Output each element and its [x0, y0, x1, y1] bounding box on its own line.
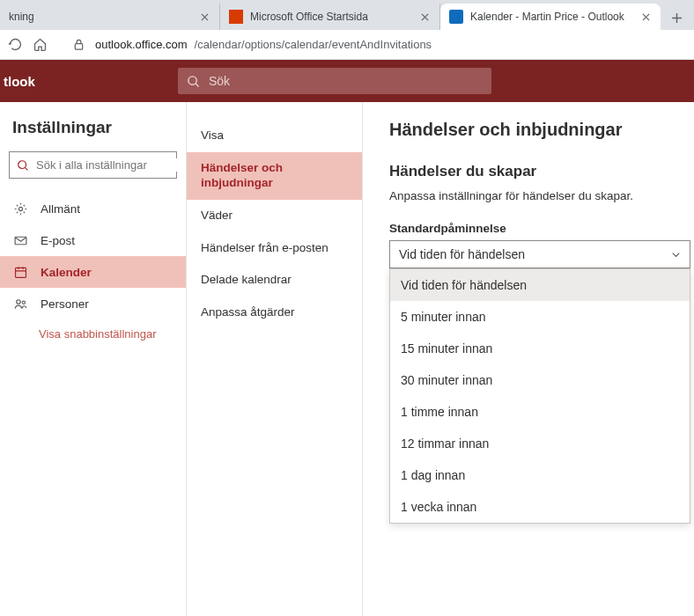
- reminder-dropdown: Vid tiden för händelsen5 minuter innan15…: [389, 268, 690, 524]
- dropdown-option[interactable]: 1 dag innan: [390, 459, 690, 491]
- subnav-item[interactable]: Anpassa åtgärder: [187, 297, 362, 329]
- dropdown-option[interactable]: Vid tiden för händelsen: [390, 269, 690, 301]
- section-title: Händelser du skapar: [389, 163, 694, 180]
- svg-rect-5: [15, 268, 26, 277]
- settings-search[interactable]: [9, 151, 177, 179]
- settings-search-input[interactable]: [36, 158, 184, 172]
- settings-subnav: VisaHändelser och inbjudningarVäderHände…: [187, 102, 363, 616]
- page-title: Händelser och inbjudningar: [389, 120, 694, 140]
- sidebar-item-label: Kalender: [41, 266, 92, 279]
- chevron-down-icon: [671, 250, 681, 260]
- subnav-item[interactable]: Händelser och inbjudningar: [187, 152, 362, 200]
- sidebar-item-personer[interactable]: Personer: [0, 288, 186, 319]
- global-search[interactable]: [178, 68, 491, 94]
- brand-label: tlook: [0, 74, 46, 89]
- sidebar-item-label: E-post: [41, 234, 75, 247]
- tab-title: Kalender - Martin Price - Outlook: [470, 11, 632, 23]
- dropdown-option[interactable]: 5 minuter innan: [390, 301, 690, 333]
- svg-rect-0: [75, 44, 82, 49]
- subnav-item[interactable]: Visa: [187, 120, 362, 152]
- select-value: Vid tiden för händelsen: [399, 247, 525, 261]
- url-text[interactable]: outlook.office.com/calendar/options/cale…: [95, 38, 432, 51]
- sidebar-title: Inställningar: [0, 118, 186, 151]
- calendar-icon: [12, 264, 28, 280]
- office-icon: [229, 10, 243, 24]
- new-tab-button[interactable]: [664, 5, 689, 30]
- browser-tab-bar: kning Microsoft Office Startsida Kalende…: [0, 0, 694, 30]
- search-icon: [187, 75, 200, 88]
- reload-icon[interactable]: [7, 37, 23, 53]
- settings-sidebar: Inställningar AllmäntE-postKalenderPerso…: [0, 102, 187, 616]
- svg-point-6: [16, 299, 19, 303]
- field-label: Standardpåminnelse: [389, 222, 694, 235]
- svg-point-3: [18, 207, 22, 210]
- sidebar-item-allmänt[interactable]: Allmänt: [0, 193, 186, 224]
- subnav-item[interactable]: Väder: [187, 200, 362, 232]
- gear-icon: [12, 201, 28, 216]
- close-icon[interactable]: [639, 11, 652, 23]
- lock-icon[interactable]: [70, 37, 86, 53]
- section-description: Anpassa inställningar för händelser du s…: [389, 189, 694, 202]
- browser-tab-active[interactable]: Kalender - Martin Price - Outlook: [440, 4, 661, 30]
- home-icon[interactable]: [32, 37, 48, 53]
- app-header: tlook: [0, 60, 694, 102]
- sidebar-item-e-post[interactable]: E-post: [0, 224, 186, 256]
- search-icon: [17, 159, 29, 172]
- dropdown-option[interactable]: 12 timmar innan: [390, 428, 690, 459]
- quick-settings-link[interactable]: Visa snabbinställningar: [0, 319, 186, 342]
- global-search-input[interactable]: [209, 74, 483, 88]
- close-icon[interactable]: [198, 11, 210, 23]
- browser-url-bar: outlook.office.com/calendar/options/cale…: [0, 30, 694, 60]
- close-icon[interactable]: [418, 11, 431, 23]
- dropdown-option[interactable]: 1 vecka innan: [390, 491, 690, 523]
- sidebar-item-label: Allmänt: [41, 202, 80, 216]
- subnav-item[interactable]: Delade kalendrar: [187, 264, 362, 297]
- svg-point-1: [188, 76, 196, 84]
- subnav-item[interactable]: Händelser från e-posten: [187, 232, 362, 265]
- dropdown-option[interactable]: 1 timme innan: [390, 396, 690, 428]
- reminder-select[interactable]: Vid tiden för händelsen: [389, 240, 690, 268]
- svg-point-7: [22, 301, 25, 304]
- sidebar-item-kalender[interactable]: Kalender: [0, 256, 186, 288]
- svg-point-2: [18, 160, 26, 168]
- settings-detail: Händelser och inbjudningar Händelser du …: [363, 102, 694, 616]
- browser-tab[interactable]: Microsoft Office Startsida: [220, 4, 440, 30]
- browser-tab[interactable]: kning: [0, 4, 220, 30]
- people-icon: [12, 296, 28, 312]
- dropdown-option[interactable]: 30 minuter innan: [390, 364, 690, 396]
- sidebar-item-label: Personer: [41, 297, 89, 311]
- outlook-icon: [449, 10, 463, 24]
- tab-title: kning: [9, 11, 191, 23]
- dropdown-option[interactable]: 15 minuter innan: [390, 333, 690, 364]
- mail-icon: [12, 232, 28, 248]
- tab-title: Microsoft Office Startsida: [250, 11, 411, 23]
